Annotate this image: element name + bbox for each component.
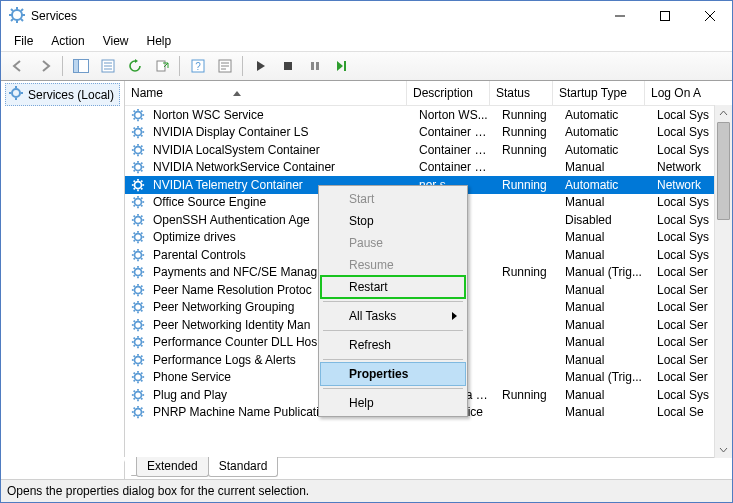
service-name: NVIDIA LocalSystem Container <box>153 143 413 157</box>
titlebar: Services <box>1 1 732 31</box>
svg-line-86 <box>141 205 142 206</box>
svg-line-168 <box>134 363 135 364</box>
scroll-up-icon[interactable] <box>715 105 732 122</box>
svg-line-124 <box>141 268 142 269</box>
ctx-help[interactable]: Help <box>321 392 465 414</box>
svg-point-152 <box>135 339 142 346</box>
svg-line-50 <box>141 135 142 136</box>
svg-line-115 <box>141 250 142 251</box>
service-startup: Manual <box>559 230 651 244</box>
svg-point-134 <box>135 304 142 311</box>
service-row[interactable]: NVIDIA Display Container LSContainer s..… <box>125 124 732 142</box>
service-row[interactable]: NVIDIA LocalSystem ContainerContainer s.… <box>125 141 732 159</box>
svg-point-30 <box>12 89 20 97</box>
forward-button[interactable] <box>32 54 57 78</box>
svg-line-6 <box>21 19 23 21</box>
service-row[interactable]: NVIDIA NetworkService ContainerContainer… <box>125 159 732 177</box>
minimize-button[interactable] <box>597 1 642 31</box>
svg-line-139 <box>134 303 135 304</box>
service-startup: Manual <box>559 248 651 262</box>
svg-line-95 <box>141 223 142 224</box>
sidebar-item-services-local[interactable]: Services (Local) <box>5 83 120 106</box>
window-title: Services <box>31 9 77 23</box>
gear-icon <box>8 85 24 104</box>
svg-line-133 <box>141 285 142 286</box>
gear-icon <box>125 248 153 262</box>
service-startup: Automatic <box>559 125 651 139</box>
col-status[interactable]: Status <box>490 81 553 105</box>
svg-line-60 <box>134 153 135 154</box>
export-list-button[interactable] <box>95 54 120 78</box>
ctx-pause: Pause <box>321 232 465 254</box>
ctx-properties[interactable]: Properties <box>320 362 466 386</box>
service-row[interactable]: Norton WSC ServiceNorton WS...RunningAut… <box>125 106 732 124</box>
help-button[interactable]: ? <box>185 54 210 78</box>
svg-line-88 <box>141 198 142 199</box>
svg-point-125 <box>135 286 142 293</box>
svg-line-194 <box>141 415 142 416</box>
service-status: Running <box>496 125 559 139</box>
svg-line-52 <box>141 128 142 129</box>
svg-line-193 <box>134 408 135 409</box>
col-startup[interactable]: Startup Type <box>553 81 645 105</box>
svg-line-113 <box>141 258 142 259</box>
col-logon[interactable]: Log On A <box>645 81 732 105</box>
app-icon <box>9 7 25 26</box>
ctx-start: Start <box>321 188 465 210</box>
ctx-all-tasks[interactable]: All Tasks <box>321 305 465 327</box>
statusbar: Opens the properties dialog box for the … <box>1 480 732 502</box>
properties-button[interactable] <box>212 54 237 78</box>
gear-icon <box>125 195 153 209</box>
service-desc: Container s... <box>413 143 496 157</box>
svg-line-76 <box>134 180 135 181</box>
gear-icon <box>125 283 153 297</box>
svg-line-121 <box>134 268 135 269</box>
ctx-stop[interactable]: Stop <box>321 210 465 232</box>
svg-line-177 <box>134 380 135 381</box>
svg-line-151 <box>141 320 142 321</box>
service-status: Running <box>496 178 559 192</box>
svg-line-51 <box>134 135 135 136</box>
scroll-down-icon[interactable] <box>715 441 732 458</box>
service-startup: Automatic <box>559 178 651 192</box>
restart-service-button[interactable] <box>329 54 354 78</box>
export-button[interactable] <box>149 54 174 78</box>
pause-service-button[interactable] <box>302 54 327 78</box>
ctx-refresh[interactable]: Refresh <box>321 334 465 356</box>
show-hide-tree-button[interactable] <box>68 54 93 78</box>
col-description[interactable]: Description <box>407 81 490 105</box>
menu-action[interactable]: Action <box>42 32 93 50</box>
service-startup: Manual <box>559 283 651 297</box>
menu-file[interactable]: File <box>5 32 42 50</box>
service-startup: Manual <box>559 318 651 332</box>
svg-line-123 <box>134 275 135 276</box>
stop-service-button[interactable] <box>275 54 300 78</box>
tab-extended[interactable]: Extended <box>136 457 209 477</box>
ctx-restart[interactable]: Restart <box>321 276 465 298</box>
refresh-button[interactable] <box>122 54 147 78</box>
start-service-button[interactable] <box>248 54 273 78</box>
maximize-button[interactable] <box>642 1 687 31</box>
svg-rect-27 <box>311 62 314 70</box>
service-desc: Norton WS... <box>413 108 496 122</box>
gear-icon <box>125 353 153 367</box>
service-desc: Container s... <box>413 125 496 139</box>
svg-line-195 <box>134 415 135 416</box>
svg-text:?: ? <box>195 61 201 72</box>
service-startup: Automatic <box>559 108 651 122</box>
service-startup: Manual (Trig... <box>559 370 651 384</box>
service-name: NVIDIA Display Container LS <box>153 125 413 139</box>
tab-standard[interactable]: Standard <box>208 457 279 477</box>
menu-help[interactable]: Help <box>138 32 181 50</box>
svg-line-142 <box>141 303 142 304</box>
scroll-thumb[interactable] <box>717 122 730 220</box>
svg-line-149 <box>141 328 142 329</box>
vertical-scrollbar[interactable] <box>714 105 732 458</box>
back-button[interactable] <box>5 54 30 78</box>
menu-view[interactable]: View <box>94 32 138 50</box>
close-button[interactable] <box>687 1 732 31</box>
svg-point-44 <box>135 129 142 136</box>
svg-line-122 <box>141 275 142 276</box>
col-name[interactable]: Name <box>125 81 407 105</box>
svg-line-103 <box>134 233 135 234</box>
